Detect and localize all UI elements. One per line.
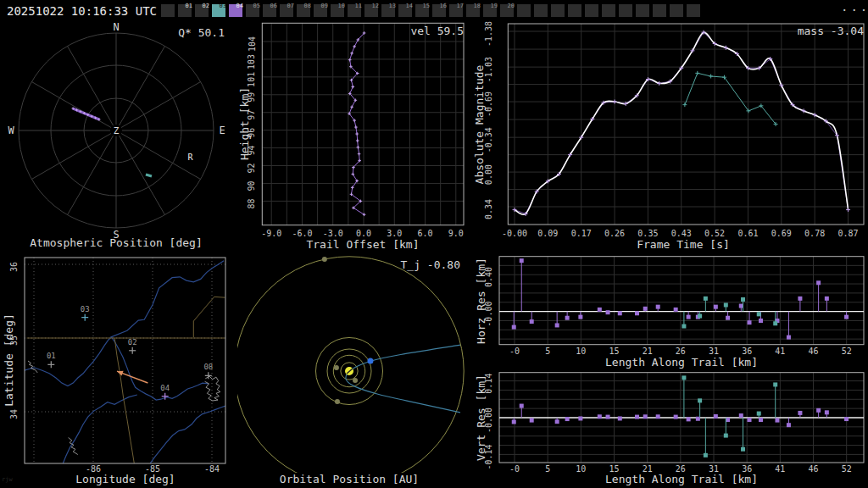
station-tab-slot-23[interactable] bbox=[534, 4, 548, 17]
svg-text:02: 02 bbox=[128, 338, 137, 347]
station-tab-label: 03 bbox=[220, 3, 226, 9]
velocity-label: vel 59.5 bbox=[410, 25, 464, 37]
svg-text:31: 31 bbox=[709, 347, 719, 356]
magnitude-plot: -0.000.090.170.260.350.430.520.610.690.7… bbox=[484, 21, 864, 238]
svg-text:-1.03: -1.03 bbox=[484, 57, 493, 82]
svg-text:34: 34 bbox=[9, 409, 19, 419]
station-tab-strip: 0102030405060708091011121314151617181920 bbox=[0, 0, 868, 20]
orbit-plot bbox=[235, 257, 464, 485]
station-tab-06[interactable]: 06 bbox=[263, 4, 276, 17]
svg-text:0.69: 0.69 bbox=[771, 229, 792, 238]
station-tab-08[interactable]: 08 bbox=[297, 4, 310, 17]
station-tab-label: 04 bbox=[236, 3, 243, 9]
svg-text:0.35: 0.35 bbox=[637, 229, 658, 238]
svg-text:-84: -84 bbox=[204, 464, 220, 474]
svg-text:21: 21 bbox=[643, 347, 653, 356]
svg-text:46: 46 bbox=[809, 347, 819, 356]
station-tab-slot-32[interactable] bbox=[687, 4, 700, 17]
svg-text:5: 5 bbox=[545, 464, 550, 474]
length-axis-label-horz: Length Along Trail [km] bbox=[605, 356, 758, 369]
station-tab-slot-28[interactable] bbox=[619, 4, 632, 17]
station-tab-07[interactable]: 07 bbox=[280, 4, 293, 17]
station-tab-02[interactable]: 02 bbox=[195, 4, 209, 17]
station-tab-01[interactable]: 01 bbox=[178, 4, 192, 17]
meteor-analysis-app: { "app": { "timestamp": "20251022 10:16:… bbox=[0, 0, 868, 488]
svg-text:0.43: 0.43 bbox=[671, 229, 692, 238]
station-tab-label: 06 bbox=[270, 3, 277, 9]
station-tab-slot-1[interactable] bbox=[161, 4, 175, 17]
station-tab-label: 12 bbox=[372, 3, 379, 9]
station-tab-label: 14 bbox=[406, 3, 413, 9]
latitude-axis-label: Latitude [deg] bbox=[3, 313, 15, 407]
svg-text:52: 52 bbox=[842, 347, 852, 356]
svg-text:0.17: 0.17 bbox=[571, 229, 592, 238]
station-tab-19[interactable]: 19 bbox=[483, 4, 497, 17]
station-tab-15[interactable]: 15 bbox=[415, 4, 429, 17]
svg-text:Z: Z bbox=[114, 125, 120, 136]
svg-text:0.52: 0.52 bbox=[704, 229, 725, 238]
orbital-title: Orbital Position [AU] bbox=[280, 473, 419, 485]
svg-text:-0: -0 bbox=[509, 347, 520, 356]
svg-text:88: 88 bbox=[248, 198, 257, 208]
svg-text:0.09: 0.09 bbox=[537, 229, 558, 238]
station-tab-11[interactable]: 11 bbox=[348, 4, 361, 17]
svg-text:101: 101 bbox=[248, 72, 257, 87]
station-tab-label: 07 bbox=[287, 3, 294, 9]
svg-text:-0: -0 bbox=[509, 464, 520, 474]
svg-text:9.0: 9.0 bbox=[448, 229, 464, 238]
svg-text:0.61: 0.61 bbox=[737, 229, 758, 238]
station-tab-14[interactable]: 14 bbox=[398, 4, 412, 17]
svg-text:-3.0: -3.0 bbox=[323, 229, 343, 238]
svg-text:36: 36 bbox=[9, 262, 19, 272]
station-tab-label: 10 bbox=[338, 3, 345, 9]
station-tab-20[interactable]: 20 bbox=[500, 4, 514, 17]
svg-text:10: 10 bbox=[576, 464, 586, 474]
mass-label: mass -3.04 bbox=[798, 25, 864, 37]
atmospheric-position-plot: ZNESWR bbox=[8, 21, 225, 241]
station-tab-slot-24[interactable] bbox=[551, 4, 565, 17]
station-tab-slot-31[interactable] bbox=[670, 4, 683, 17]
svg-text:-0.00: -0.00 bbox=[502, 229, 527, 238]
station-tab-label: 18 bbox=[474, 3, 481, 9]
svg-text:15: 15 bbox=[609, 347, 619, 356]
station-tab-09[interactable]: 09 bbox=[314, 4, 327, 17]
station-tab-10[interactable]: 10 bbox=[331, 4, 344, 17]
tisserand-label: T_j -0.80 bbox=[401, 258, 460, 271]
svg-text:0.34: 0.34 bbox=[484, 199, 493, 219]
station-tab-13[interactable]: 13 bbox=[381, 4, 395, 17]
station-tab-12[interactable]: 12 bbox=[364, 4, 378, 17]
station-tab-label: 01 bbox=[186, 3, 192, 9]
trail-offset-plot: -9.0-6.0-3.00.03.06.09.01041031019997969… bbox=[248, 23, 465, 238]
station-tab-slot-27[interactable] bbox=[602, 4, 615, 17]
station-tab-slot-26[interactable] bbox=[585, 4, 598, 17]
station-tab-slot-30[interactable] bbox=[653, 4, 666, 17]
station-tab-label: 02 bbox=[203, 3, 209, 9]
station-tab-04[interactable]: 04 bbox=[229, 4, 242, 17]
svg-text:-0.34: -0.34 bbox=[484, 127, 493, 152]
svg-text:104: 104 bbox=[248, 36, 257, 52]
station-tab-16[interactable]: 16 bbox=[432, 4, 446, 17]
station-tab-label: 17 bbox=[457, 3, 464, 9]
station-tab-label: 09 bbox=[321, 3, 328, 9]
svg-text:0.26: 0.26 bbox=[604, 229, 625, 238]
magnitude-axis-label: Absolute Magnitude bbox=[473, 65, 486, 185]
svg-text:0.78: 0.78 bbox=[804, 229, 825, 238]
trail-offset-axis-label: Trail Offset [km] bbox=[306, 238, 419, 251]
overflow-menu[interactable]: ... bbox=[841, 0, 868, 14]
svg-text:5: 5 bbox=[545, 347, 550, 356]
svg-text:103: 103 bbox=[248, 54, 257, 69]
svg-text:3.0: 3.0 bbox=[387, 229, 402, 238]
station-tab-17[interactable]: 17 bbox=[449, 4, 463, 17]
station-tab-label: 11 bbox=[355, 3, 362, 9]
station-tab-18[interactable]: 18 bbox=[466, 4, 480, 17]
station-tab-slot-22[interactable] bbox=[517, 4, 531, 17]
vert-res-axis-label: Vert Res [km] bbox=[475, 374, 487, 461]
svg-text:92: 92 bbox=[248, 163, 257, 173]
station-tab-slot-25[interactable] bbox=[568, 4, 581, 17]
vert-res-plot: -051015212631364146520.14-0.00-0.14 bbox=[484, 373, 864, 474]
svg-text:03: 03 bbox=[81, 305, 90, 313]
station-tab-05[interactable]: 05 bbox=[246, 4, 259, 17]
svg-text:10: 10 bbox=[576, 347, 586, 356]
station-tab-slot-29[interactable] bbox=[636, 4, 649, 17]
station-tab-03[interactable]: 03 bbox=[212, 4, 225, 17]
